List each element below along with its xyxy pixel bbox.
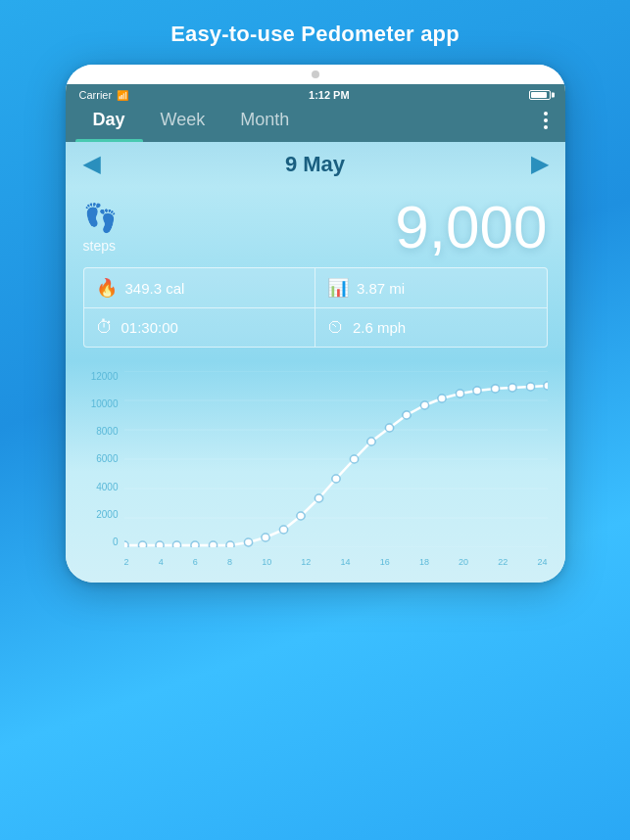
current-date: 9 May xyxy=(285,152,345,177)
metrics-row-1: 🔥 349.3 cal 📊 3.87 mi xyxy=(84,268,547,308)
y-label-0: 0 xyxy=(113,537,119,547)
distance-icon: 📊 xyxy=(327,277,349,299)
svg-point-11 xyxy=(190,541,198,547)
svg-point-16 xyxy=(279,526,287,534)
svg-point-10 xyxy=(172,541,180,547)
line-chart xyxy=(124,371,548,547)
x-label-10: 10 xyxy=(262,557,271,567)
svg-point-29 xyxy=(508,384,515,392)
status-time: 1:12 PM xyxy=(309,89,350,101)
speed-value: 2.6 mph xyxy=(353,319,406,336)
chart-svg xyxy=(124,371,548,547)
x-label-22: 22 xyxy=(498,557,508,567)
svg-point-21 xyxy=(366,438,374,445)
status-left: Carrier 📶 xyxy=(79,89,129,101)
page-title: Easy-to-use Pedometer app xyxy=(170,22,460,47)
svg-point-27 xyxy=(472,387,480,395)
y-label-4000: 4000 xyxy=(96,482,118,492)
tab-month[interactable]: Month xyxy=(222,106,307,134)
battery-fill xyxy=(531,92,547,98)
y-label-12000: 12000 xyxy=(91,371,119,382)
svg-point-15 xyxy=(261,534,268,541)
svg-point-14 xyxy=(244,538,252,546)
battery-icon xyxy=(529,90,551,100)
prev-date-button[interactable]: ◀ xyxy=(83,152,100,177)
speed-icon: ⏲ xyxy=(327,317,345,338)
steps-count: 9,000 xyxy=(131,197,548,257)
svg-point-17 xyxy=(296,512,304,520)
svg-point-8 xyxy=(138,541,146,547)
chart-y-labels: 12000 10000 8000 6000 4000 2000 0 xyxy=(83,371,122,547)
y-label-10000: 10000 xyxy=(91,398,119,409)
menu-dot-1 xyxy=(544,112,548,116)
steps-row: 👣 steps 9,000 xyxy=(83,197,548,257)
tablet-top xyxy=(66,65,565,84)
x-label-18: 18 xyxy=(419,557,429,567)
svg-point-30 xyxy=(526,383,534,391)
x-label-16: 16 xyxy=(380,557,390,567)
svg-point-20 xyxy=(350,455,358,463)
svg-point-12 xyxy=(209,541,217,547)
y-label-2000: 2000 xyxy=(96,509,118,520)
carrier-label: Carrier xyxy=(79,89,113,101)
x-label-8: 8 xyxy=(227,557,232,567)
x-label-24: 24 xyxy=(537,557,547,567)
chart-x-labels: 2 4 6 8 10 12 14 16 18 20 22 24 xyxy=(124,549,548,567)
metrics-row-2: ⏱ 01:30:00 ⏲ 2.6 mph xyxy=(84,308,547,347)
calories-cell: 🔥 349.3 cal xyxy=(84,268,316,307)
status-bar: Carrier 📶 1:12 PM xyxy=(66,84,565,106)
metrics-grid: 🔥 349.3 cal 📊 3.87 mi ⏱ 01:30:00 ⏲ 2.6 m… xyxy=(83,267,548,348)
svg-point-25 xyxy=(437,395,445,402)
x-label-12: 12 xyxy=(301,557,311,567)
menu-button[interactable] xyxy=(536,108,556,133)
calories-value: 349.3 cal xyxy=(125,280,185,297)
svg-point-22 xyxy=(385,424,393,432)
y-label-6000: 6000 xyxy=(96,453,118,464)
svg-point-13 xyxy=(225,541,233,547)
wifi-icon: 📶 xyxy=(117,90,128,101)
x-label-4: 4 xyxy=(159,557,164,567)
svg-point-28 xyxy=(491,385,499,393)
chart-container: 12000 10000 8000 6000 4000 2000 0 xyxy=(83,371,548,567)
distance-value: 3.87 mi xyxy=(357,280,405,297)
tablet-device: Carrier 📶 1:12 PM Day Week Month ◀ 9 May… xyxy=(66,65,565,583)
menu-dot-2 xyxy=(544,118,548,122)
x-label-6: 6 xyxy=(193,557,198,567)
x-label-2: 2 xyxy=(124,557,129,567)
svg-point-23 xyxy=(402,411,410,419)
x-label-20: 20 xyxy=(459,557,468,567)
svg-point-24 xyxy=(420,401,428,409)
timer-icon: ⏱ xyxy=(96,317,114,338)
date-navigation: ◀ 9 May ▶ xyxy=(66,142,565,187)
y-label-8000: 8000 xyxy=(96,426,118,437)
steps-label: steps xyxy=(83,238,116,254)
distance-cell: 📊 3.87 mi xyxy=(315,268,547,307)
status-right xyxy=(529,90,551,100)
chart-area: 12000 10000 8000 6000 4000 2000 0 xyxy=(66,361,565,583)
svg-point-9 xyxy=(155,541,163,547)
x-label-14: 14 xyxy=(341,557,351,567)
menu-dot-3 xyxy=(544,125,548,129)
speed-cell: ⏲ 2.6 mph xyxy=(315,308,547,347)
camera-dot xyxy=(312,70,319,78)
duration-cell: ⏱ 01:30:00 xyxy=(84,308,316,347)
duration-value: 01:30:00 xyxy=(121,319,178,336)
svg-point-19 xyxy=(331,475,339,483)
tab-day[interactable]: Day xyxy=(75,106,143,134)
stats-area: 👣 steps 9,000 🔥 349.3 cal 📊 3.87 mi ⏱ xyxy=(66,187,565,361)
next-date-button[interactable]: ▶ xyxy=(531,152,548,177)
tab-week[interactable]: Week xyxy=(143,106,223,134)
footprint-icon: 👣 xyxy=(83,202,118,234)
svg-point-31 xyxy=(543,382,547,390)
svg-point-18 xyxy=(315,494,322,502)
fire-icon: 🔥 xyxy=(96,277,118,299)
nav-bar: Day Week Month xyxy=(66,106,565,142)
svg-point-7 xyxy=(124,541,128,547)
svg-point-26 xyxy=(456,390,463,397)
